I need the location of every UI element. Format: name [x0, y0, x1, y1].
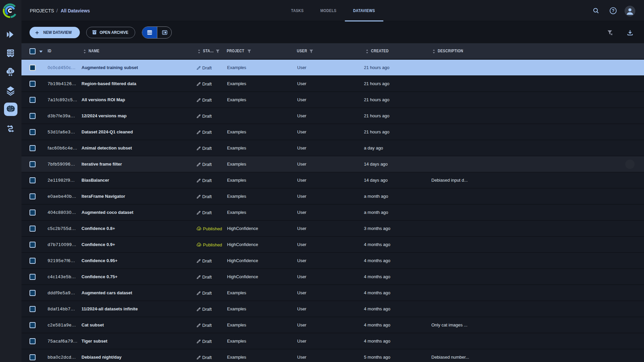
svg-text:?: ?	[612, 8, 614, 13]
